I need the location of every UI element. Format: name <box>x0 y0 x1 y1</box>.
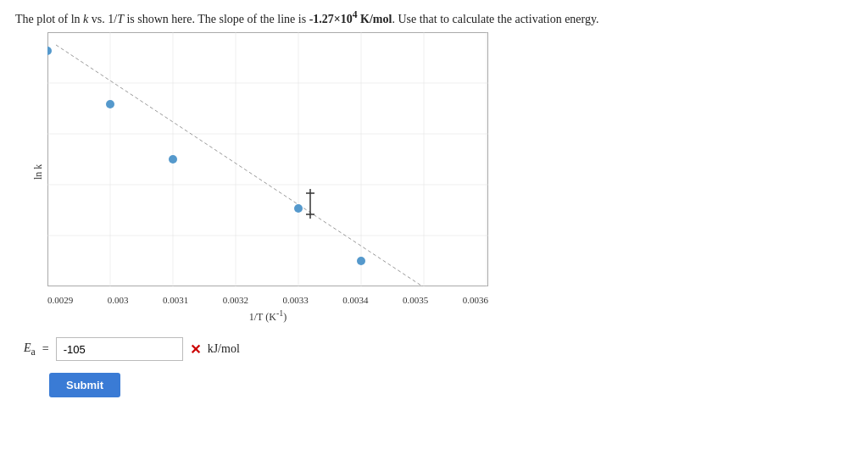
x-axis-label: 1/T (K-1) <box>47 308 488 324</box>
x-icon[interactable]: ✕ <box>190 341 201 358</box>
svg-line-11 <box>56 45 429 286</box>
data-point-5 <box>357 257 365 265</box>
x-tick-7: 0.0035 <box>403 295 428 305</box>
x-tick-4: 0.0032 <box>223 295 248 305</box>
ea-label: Ea <box>24 341 36 358</box>
submit-button[interactable]: Submit <box>49 373 120 397</box>
ea-input[interactable] <box>56 337 183 361</box>
x-tick-6: 0.0034 <box>342 295 368 305</box>
below-chart: Ea = ✕ kJ/mol Submit <box>24 337 853 397</box>
chart-svg <box>47 32 488 286</box>
chart-area: ln k <box>31 32 853 286</box>
x-tick-8: 0.0036 <box>463 295 488 305</box>
data-point-2 <box>106 100 114 108</box>
data-point-1 <box>47 47 52 55</box>
x-tick-1: 0.0029 <box>47 295 73 305</box>
data-point-3 <box>169 155 177 164</box>
x-tick-5: 0.0033 <box>283 295 309 305</box>
unit-label: kJ/mol <box>208 342 240 356</box>
x-tick-3: 0.0031 <box>163 295 188 305</box>
intro-text: The plot of ln k vs. 1/T is shown here. … <box>15 8 853 27</box>
y-axis-label: ln k <box>31 32 46 286</box>
page: The plot of ln k vs. 1/T is shown here. … <box>0 0 868 466</box>
x-axis-ticks: 0.0029 0.003 0.0031 0.0032 0.0033 0.0034… <box>47 295 488 305</box>
ea-equals: = <box>42 342 49 356</box>
x-tick-2: 0.003 <box>108 295 129 305</box>
data-point-4 <box>294 204 303 213</box>
chart-container: 0.0029 0.003 0.0031 0.0032 0.0033 0.0034… <box>47 32 488 286</box>
ea-row: Ea = ✕ kJ/mol <box>24 337 853 361</box>
